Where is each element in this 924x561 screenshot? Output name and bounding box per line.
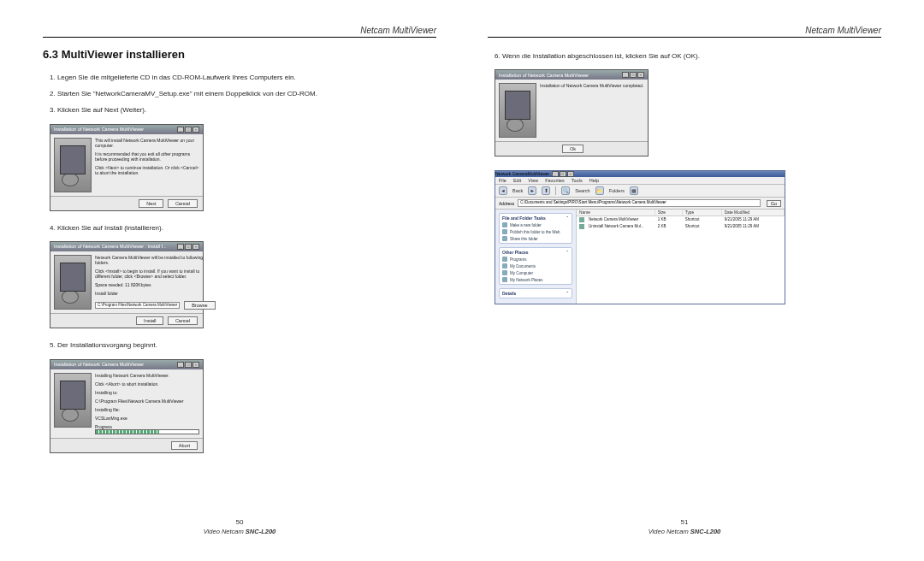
install-dialog-step1: Installation of Network Camera MultiView… <box>50 124 204 211</box>
shortcut-icon <box>579 217 584 222</box>
search-icon[interactable]: 🔍 <box>561 186 570 195</box>
task-item[interactable]: Publish this folder to the Web <box>502 229 569 234</box>
explorer-window: Network CameraMultiViewer _□× File Edit … <box>495 170 785 304</box>
column-headers: Name Size Type Date Modified <box>577 210 785 216</box>
col-size[interactable]: Size <box>655 210 683 216</box>
cancel-button[interactable]: Cancel <box>168 199 198 208</box>
install-dialog-step2: Installation of Network Camera MultiView… <box>50 241 204 329</box>
col-modified[interactable]: Date Modified <box>722 210 785 216</box>
network-icon <box>502 277 507 282</box>
next-button[interactable]: Next <box>139 199 163 208</box>
chevron-up-icon[interactable]: ˄ <box>566 250 569 255</box>
file-row[interactable]: Network Camera MultiViewer 1 KB Shortcut… <box>577 216 785 223</box>
header-left: Netcam MultiViewer <box>43 26 436 38</box>
back-label[interactable]: Back <box>512 188 523 193</box>
task-group-other-places: Other Places˄ Programs My Documents My C… <box>499 247 572 285</box>
task-item[interactable]: Make a new folder <box>502 222 569 227</box>
file-row[interactable]: Uninstall Network Camera Mul... 2 KB Sho… <box>577 223 785 230</box>
menu-file[interactable]: File <box>499 178 506 183</box>
go-button[interactable]: Go <box>767 200 781 207</box>
dialog1-window-controls: _□× <box>176 127 199 133</box>
explorer-task-pane: File and Folder Tasks˄ Make a new folder… <box>495 210 577 304</box>
chevron-down-icon[interactable]: ˅ <box>566 291 569 296</box>
minimize-icon[interactable]: _ <box>552 171 559 177</box>
task-item[interactable]: My Documents <box>502 263 569 269</box>
maximize-icon[interactable]: □ <box>630 72 637 78</box>
close-icon[interactable]: × <box>192 244 199 250</box>
menu-view[interactable]: View <box>528 178 538 183</box>
forward-icon[interactable]: ► <box>528 186 536 195</box>
installer-art-icon <box>499 83 536 138</box>
up-icon[interactable]: ⬆ <box>542 186 550 195</box>
dialog2-title: Installation of Network Camera MultiView… <box>54 244 167 249</box>
page-right: Netcam MultiViewer 6. Wenn die Installat… <box>488 26 881 535</box>
page-number-right: 51 <box>488 518 881 526</box>
col-type[interactable]: Type <box>683 210 722 216</box>
close-icon[interactable]: × <box>192 362 199 368</box>
header-right: Netcam MultiViewer <box>488 26 881 38</box>
folder-icon <box>502 263 507 269</box>
section-title: 6.3 MultiViewer installieren <box>43 48 436 61</box>
explorer-addressbar: Address C:\Documents and Settings\PIRO\S… <box>495 198 785 210</box>
progress-bar <box>95 429 199 434</box>
views-icon[interactable]: ▦ <box>630 186 638 195</box>
installer-art-icon <box>54 373 92 428</box>
address-input[interactable]: C:\Documents and Settings\PIRO\Start Men… <box>518 199 760 207</box>
task-item[interactable]: Programs <box>502 257 569 262</box>
dialog4-title: Installation of Network Camera MultiView… <box>499 73 589 78</box>
menu-edit[interactable]: Edit <box>513 178 521 183</box>
task-group-file-folder: File and Folder Tasks˄ Make a new folder… <box>499 213 572 244</box>
close-icon[interactable]: × <box>637 72 644 78</box>
installing-file-value: VCSLanMng.exe <box>95 416 199 421</box>
col-name[interactable]: Name <box>577 210 655 216</box>
dialog2-text: Network Camera MultiViewer will be insta… <box>95 255 216 310</box>
minimize-icon[interactable]: _ <box>622 72 629 78</box>
dialog3-text: Installing Network Camera MultiViewer. C… <box>95 373 199 434</box>
chevron-up-icon[interactable]: ˄ <box>566 216 569 221</box>
cancel-button[interactable]: Cancel <box>168 316 198 325</box>
installing-to-label: Installing to: <box>95 390 199 395</box>
dialog4-text: Installation of Network Camera MultiView… <box>540 83 644 138</box>
step-3: 3. Klicken Sie auf Next (Weiter). <box>50 105 436 115</box>
explorer-toolbar: ◄ Back ► ⬆ 🔍 Search 📁 Folders ▦ <box>495 185 785 198</box>
dialog1-title: Installation of Network Camera MultiView… <box>54 127 144 132</box>
explorer-title: Network CameraMultiViewer <box>495 171 549 176</box>
close-icon[interactable]: × <box>192 127 199 133</box>
step-1: 1. Legen Sie die mitgelieferte CD in das… <box>50 73 436 82</box>
task-item[interactable]: My Network Places <box>502 277 569 282</box>
menu-favorites[interactable]: Favorites <box>545 178 565 183</box>
model-line-right: Video Netcam SNC-L200 <box>488 528 881 535</box>
maximize-icon[interactable]: □ <box>185 362 192 368</box>
minimize-icon[interactable]: _ <box>177 244 184 250</box>
browse-button[interactable]: Browse <box>184 301 215 310</box>
shortcut-icon <box>579 224 584 229</box>
minimize-icon[interactable]: _ <box>177 362 184 368</box>
close-icon[interactable]: × <box>567 171 574 177</box>
minimize-icon[interactable]: _ <box>177 127 184 133</box>
step-6: 6. Wenn die Installation abgeschlossen i… <box>495 51 881 61</box>
maximize-icon[interactable]: □ <box>185 244 192 250</box>
installing-file-label: Installing file: <box>95 407 199 412</box>
folders-label[interactable]: Folders <box>609 188 625 193</box>
page-left: Netcam MultiViewer 6.3 MultiViewer insta… <box>43 26 436 535</box>
folders-icon[interactable]: 📁 <box>595 186 604 195</box>
install-folder-path[interactable]: C:\Program Files\Network Camera MultiVie… <box>95 302 180 309</box>
ok-button[interactable]: Ok <box>562 145 583 153</box>
maximize-icon[interactable]: □ <box>560 171 566 177</box>
abort-button[interactable]: Abort <box>171 441 198 450</box>
install-dialog-step3: Installation of Network Camera MultiView… <box>50 359 204 453</box>
footer-right: 51 Video Netcam SNC-L200 <box>488 518 881 535</box>
install-dialog-step4: Installation of Network Camera MultiView… <box>495 69 649 156</box>
search-label[interactable]: Search <box>575 188 589 193</box>
install-button[interactable]: Install <box>136 316 163 325</box>
task-item[interactable]: My Computer <box>502 270 569 275</box>
menu-tools[interactable]: Tools <box>572 178 583 183</box>
step-4: 4. Klicken Sie auf Install (installieren… <box>50 223 436 233</box>
menu-help[interactable]: Help <box>589 178 599 183</box>
back-icon[interactable]: ◄ <box>499 186 507 195</box>
footer-left: 50 Video Netcam SNC-L200 <box>43 518 436 535</box>
task-item[interactable]: Share this folder <box>502 236 569 241</box>
install-folder-label: Install folder <box>95 291 216 296</box>
maximize-icon[interactable]: □ <box>185 127 192 133</box>
explorer-window-controls: _□× <box>551 171 574 176</box>
